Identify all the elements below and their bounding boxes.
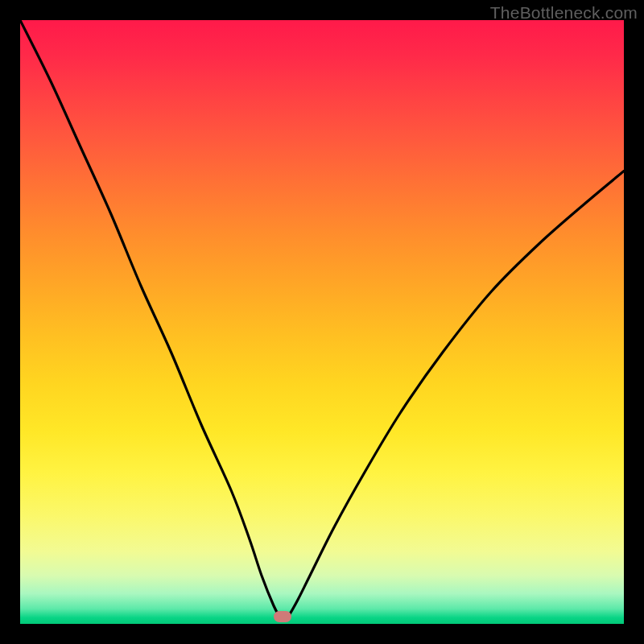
optimal-marker [274, 611, 291, 622]
curve-svg [20, 20, 624, 624]
plot-area [20, 20, 624, 624]
watermark-text: TheBottleneck.com [490, 3, 638, 23]
chart-frame: TheBottleneck.com [0, 0, 644, 644]
bottleneck-curve [20, 20, 624, 621]
